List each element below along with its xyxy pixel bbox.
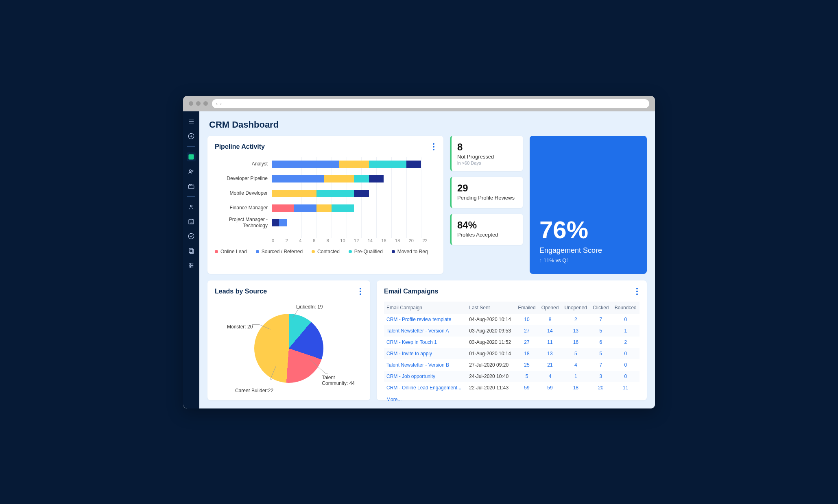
folders-icon[interactable] bbox=[187, 182, 196, 191]
campaign-clicked: 7 bbox=[590, 359, 611, 371]
axis-tick: 22 bbox=[422, 238, 436, 243]
table-row[interactable]: CRM - Profile review template 04-Aug-202… bbox=[384, 314, 639, 325]
window-dot-min[interactable] bbox=[196, 101, 201, 106]
campaign-emailed: 18 bbox=[515, 348, 538, 359]
bar-row bbox=[272, 172, 436, 186]
legend-item: Contacted bbox=[312, 249, 340, 254]
engagement-score-card[interactable]: 76% Engagement Score ↑ 11% vs Q1 bbox=[530, 136, 647, 274]
bar-segment bbox=[406, 161, 421, 168]
legend-swatch bbox=[215, 250, 218, 253]
profile-icon[interactable] bbox=[187, 202, 196, 211]
sidebar-divider bbox=[187, 146, 195, 147]
col-clicked: Clicked bbox=[590, 302, 611, 314]
campaign-bounced: 1 bbox=[611, 325, 639, 337]
campaign-last-sent: 03-Aug-2020 11:52 bbox=[467, 337, 515, 348]
calendar-icon[interactable]: 31 bbox=[187, 217, 196, 226]
window-dot-max[interactable] bbox=[203, 101, 208, 106]
campaign-name[interactable]: CRM - Profile review template bbox=[384, 314, 467, 325]
svg-rect-6 bbox=[189, 154, 194, 159]
campaign-opened: 4 bbox=[539, 371, 562, 382]
svg-point-7 bbox=[190, 169, 192, 172]
campaign-unopened: 18 bbox=[561, 382, 590, 393]
campaigns-menu-icon[interactable] bbox=[635, 286, 639, 297]
campaign-name[interactable]: CRM - Job opportunity bbox=[384, 371, 467, 382]
bar-segment bbox=[272, 190, 316, 197]
campaign-unopened: 4 bbox=[561, 359, 590, 371]
pages-icon[interactable] bbox=[187, 246, 196, 255]
sidebar-divider bbox=[187, 196, 195, 197]
stat-label: Pending Profile Reviews bbox=[457, 195, 517, 201]
campaign-name[interactable]: CRM - Invite to apply bbox=[384, 348, 467, 359]
legend-item: Pre-Qualified bbox=[349, 249, 383, 254]
campaign-name[interactable]: CRM - Keep in Touch 1 bbox=[384, 337, 467, 348]
leads-by-source-card: Leads by Source LinkedIn: 19 Monster: 20… bbox=[207, 280, 370, 400]
svg-text:31: 31 bbox=[190, 221, 193, 224]
table-row[interactable]: CRM - Online Lead Engagement... 22-Jul-2… bbox=[384, 382, 639, 393]
more-link[interactable]: More... bbox=[384, 393, 639, 406]
campaign-name[interactable]: Talent Newsletter - Version A bbox=[384, 325, 467, 337]
table-row[interactable]: CRM - Invite to apply 01-Aug-2020 10:14 … bbox=[384, 348, 639, 359]
task-check-icon[interactable] bbox=[187, 232, 196, 241]
col-bounced: Boundced bbox=[611, 302, 639, 314]
campaign-clicked: 5 bbox=[590, 348, 611, 359]
app-shell: 31 CRM Dashboard Pipeline Activity bbox=[183, 111, 655, 408]
browser-frame: ‹ › 3 bbox=[183, 96, 655, 408]
bar-segment bbox=[354, 175, 369, 182]
pie-label-career-builder: Career Builder:22 bbox=[235, 388, 273, 393]
axis-tick: 10 bbox=[340, 238, 354, 243]
campaigns-card-title: Email Campaigns bbox=[384, 288, 438, 295]
axis-tick: 12 bbox=[354, 238, 368, 243]
svg-point-23 bbox=[190, 266, 191, 267]
campaign-opened: 13 bbox=[539, 348, 562, 359]
svg-point-19 bbox=[190, 263, 191, 264]
window-dot-close[interactable] bbox=[189, 101, 193, 106]
campaign-clicked: 7 bbox=[590, 314, 611, 325]
settings-icon[interactable] bbox=[187, 261, 196, 270]
nav-back-icon[interactable]: ‹ bbox=[216, 101, 218, 106]
campaign-opened: 11 bbox=[539, 337, 562, 348]
pipeline-menu-icon[interactable] bbox=[431, 141, 436, 152]
campaign-clicked: 3 bbox=[590, 371, 611, 382]
leads-menu-icon[interactable] bbox=[358, 286, 363, 297]
bar-segment bbox=[272, 175, 324, 182]
table-row[interactable]: Talent Newsletter - Version A 03-Aug-202… bbox=[384, 325, 639, 337]
axis-tick: 2 bbox=[286, 238, 299, 243]
bar-category-label: Mobile Developer bbox=[215, 186, 272, 201]
stat-card-profiles-accepted[interactable]: 84% Profiles Accepted bbox=[450, 214, 523, 245]
svg-point-21 bbox=[192, 265, 193, 266]
svg-point-15 bbox=[188, 233, 194, 239]
score-label: Engagement Score bbox=[539, 246, 637, 255]
axis-tick: 8 bbox=[327, 238, 340, 243]
pipeline-activity-card: Pipeline Activity AnalystDeveloper Pipel… bbox=[207, 136, 443, 274]
pie-label-talent-community: TalentCommunity: 44 bbox=[322, 375, 355, 386]
top-row: Pipeline Activity AnalystDeveloper Pipel… bbox=[207, 136, 647, 274]
stat-card-not-progressed[interactable]: 8 Not Progressed in >60 Days bbox=[450, 136, 523, 171]
campaign-last-sent: 04-Aug-2020 10:14 bbox=[467, 314, 515, 325]
menu-icon[interactable] bbox=[187, 117, 196, 126]
dashboard-icon[interactable] bbox=[187, 152, 196, 161]
table-row[interactable]: CRM - Keep in Touch 1 03-Aug-2020 11:52 … bbox=[384, 337, 639, 348]
add-icon[interactable] bbox=[187, 132, 196, 141]
campaign-name[interactable]: Talent Newsletter - Version B bbox=[384, 359, 467, 371]
campaign-opened: 14 bbox=[539, 325, 562, 337]
nav-forward-icon[interactable]: › bbox=[220, 101, 222, 106]
campaign-last-sent: 27-Jul-2020 09:20 bbox=[467, 359, 515, 371]
campaign-bounced: 0 bbox=[611, 348, 639, 359]
score-sublabel: ↑ 11% vs Q1 bbox=[539, 257, 637, 263]
bar-segment bbox=[369, 175, 384, 182]
bar-segment bbox=[324, 175, 354, 182]
stat-value: 8 bbox=[457, 141, 517, 153]
campaign-bounced: 11 bbox=[611, 382, 639, 393]
people-icon[interactable] bbox=[187, 167, 196, 176]
campaign-last-sent: 22-Jul-2020 11:43 bbox=[467, 382, 515, 393]
campaign-name[interactable]: CRM - Online Lead Engagement... bbox=[384, 382, 467, 393]
campaign-clicked: 6 bbox=[590, 337, 611, 348]
bar-category-label: Developer Pipeline bbox=[215, 172, 272, 186]
table-row[interactable]: CRM - Job opportunity 24-Jul-2020 10:40 … bbox=[384, 371, 639, 382]
bar-segment bbox=[279, 219, 286, 226]
table-row[interactable]: Talent Newsletter - Version B 27-Jul-202… bbox=[384, 359, 639, 371]
address-bar[interactable]: ‹ › bbox=[212, 99, 649, 108]
sidebar: 31 bbox=[183, 111, 199, 408]
campaign-last-sent: 01-Aug-2020 10:14 bbox=[467, 348, 515, 359]
stat-card-pending-reviews[interactable]: 29 Pending Profile Reviews bbox=[450, 177, 523, 208]
